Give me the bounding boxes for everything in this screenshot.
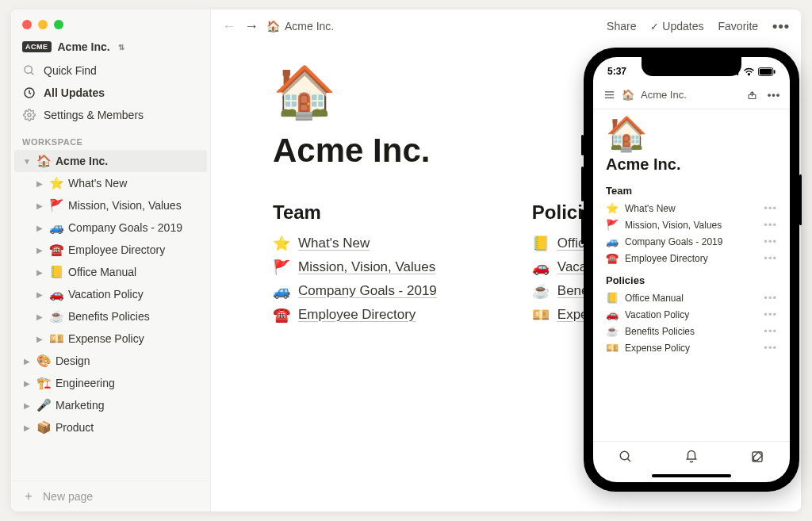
sidebar-item[interactable]: ▶💴Expense Policy xyxy=(11,328,210,350)
page-link-label: Mission, Vision, Values xyxy=(298,259,435,275)
mobile-page-link[interactable]: 🚗Vacation Policy••• xyxy=(606,306,777,323)
more-icon[interactable]: ••• xyxy=(772,18,790,35)
compose-icon[interactable] xyxy=(750,450,764,467)
wifi-icon xyxy=(743,67,755,76)
chevron-right-icon[interactable]: ▶ xyxy=(35,246,44,255)
chevron-right-icon[interactable]: ▶ xyxy=(35,312,44,321)
sidebar-item[interactable]: ▶⭐What's New xyxy=(11,172,210,194)
gear-icon xyxy=(22,109,36,121)
page-emoji-icon: 🚩 xyxy=(606,219,619,231)
more-icon[interactable]: ••• xyxy=(764,342,777,354)
mobile-page-link[interactable]: 💴Expense Policy••• xyxy=(606,339,777,356)
share-button[interactable]: Share xyxy=(607,20,636,33)
chevron-right-icon[interactable]: ▶ xyxy=(35,224,44,232)
page-emoji-icon: ☕ xyxy=(49,309,63,324)
chevron-right-icon[interactable]: ▶ xyxy=(22,401,32,410)
chevron-right-icon[interactable]: ▶ xyxy=(35,179,44,188)
mobile-page-link[interactable]: 🚩Mission, Vision, Values••• xyxy=(606,216,777,233)
sidebar-item[interactable]: ▶🏗️Engineering xyxy=(11,372,210,394)
updates-button[interactable]: ✓ Updates xyxy=(650,20,703,33)
phone-side-button xyxy=(581,135,584,155)
mobile-page-link[interactable]: ☎️Employee Directory••• xyxy=(606,250,777,266)
page-link-label: Company Goals - 2019 xyxy=(298,283,437,299)
sidebar-item-label: Employee Directory xyxy=(68,243,165,256)
column-heading[interactable]: Team xyxy=(273,201,437,224)
mobile-section-heading[interactable]: Policies xyxy=(606,274,777,286)
mobile-page-link[interactable]: 🚙Company Goals - 2019••• xyxy=(606,233,777,250)
page-emoji-icon: 🚙 xyxy=(606,236,619,247)
workspace-switcher[interactable]: ACME Acme Inc. ⇅ xyxy=(11,29,210,59)
mobile-page-link[interactable]: 📒Office Manual••• xyxy=(606,289,777,306)
more-icon[interactable]: ••• xyxy=(764,308,777,320)
breadcrumb-label: Acme Inc. xyxy=(285,20,334,33)
sidebar-item[interactable]: ▶☎️Employee Directory xyxy=(11,239,210,261)
sidebar-item-label: What's New xyxy=(68,177,127,190)
sidebar-item-label: Acme Inc. xyxy=(56,155,108,167)
mobile-link-label: Mission, Vision, Values xyxy=(625,220,722,231)
page-emoji-icon: 📒 xyxy=(532,235,550,252)
sidebar-item[interactable]: ▶🚩Mission, Vision, Values xyxy=(11,194,210,216)
more-icon[interactable]: ••• xyxy=(764,219,777,231)
more-icon[interactable]: ••• xyxy=(764,202,777,214)
sidebar-item[interactable]: ▶🎤Marketing xyxy=(11,394,210,416)
sidebar-item[interactable]: ▶🚗Vacation Policy xyxy=(11,283,210,305)
more-icon[interactable]: ••• xyxy=(764,325,777,337)
chevron-right-icon[interactable]: ▶ xyxy=(35,201,44,210)
chevron-right-icon[interactable]: ▶ xyxy=(22,357,32,366)
phone-side-button xyxy=(799,174,802,225)
sidebar-item-label: Company Goals - 2019 xyxy=(68,221,182,234)
sidebar-item[interactable]: ▶☕Benefits Policies xyxy=(11,305,210,328)
mobile-page-link[interactable]: ☕Benefits Policies••• xyxy=(606,323,777,339)
settings-button[interactable]: Settings & Members xyxy=(11,104,210,126)
sidebar-item[interactable]: ▶📦Product xyxy=(11,416,210,439)
sidebar-item[interactable]: ▶🚙Company Goals - 2019 xyxy=(11,216,210,239)
bell-icon[interactable] xyxy=(684,450,699,467)
page-emoji-icon: 💴 xyxy=(532,306,550,324)
page-emoji-icon: 🚙 xyxy=(49,220,63,235)
mobile-link-label: Employee Directory xyxy=(625,253,708,264)
back-button[interactable]: ← xyxy=(222,18,236,35)
breadcrumb[interactable]: 🏠 Acme Inc. xyxy=(266,20,334,33)
sidebar-item[interactable]: ▶📒Office Manual xyxy=(11,261,210,283)
new-page-button[interactable]: + New page xyxy=(11,481,210,511)
favorite-button[interactable]: Favorite xyxy=(718,20,759,33)
page-link[interactable]: ⭐What's New xyxy=(273,232,437,255)
search-icon[interactable] xyxy=(619,450,633,467)
close-icon[interactable] xyxy=(22,20,32,29)
maximize-icon[interactable] xyxy=(54,20,63,29)
sidebar-item-acme[interactable]: ▼ 🏠 Acme Inc. xyxy=(14,150,207,172)
page-emoji-icon: 📒 xyxy=(606,292,619,304)
page-emoji-icon: ☎️ xyxy=(273,306,290,324)
sidebar-item[interactable]: ▶🎨Design xyxy=(11,350,210,372)
plus-icon: + xyxy=(22,489,35,504)
quick-find-button[interactable]: Quick Find xyxy=(11,59,210,82)
minimize-icon[interactable] xyxy=(38,20,48,29)
mobile-section-heading[interactable]: Team xyxy=(606,185,777,197)
chevron-right-icon[interactable]: ▶ xyxy=(22,423,32,432)
more-icon[interactable]: ••• xyxy=(764,236,777,247)
mobile-page-link[interactable]: ⭐What's New••• xyxy=(606,200,777,216)
page-title[interactable]: Acme Inc. xyxy=(606,155,777,174)
sidebar-item-label: Product xyxy=(56,421,94,434)
page-link[interactable]: 🚩Mission, Vision, Values xyxy=(273,255,437,279)
sidebar: ACME Acme Inc. ⇅ Quick Find All Updates … xyxy=(11,10,211,511)
page-icon[interactable]: 🏠 xyxy=(606,117,777,151)
house-icon: 🏠 xyxy=(622,89,634,101)
more-icon[interactable]: ••• xyxy=(764,292,777,304)
more-icon[interactable]: ••• xyxy=(768,89,780,101)
page-link[interactable]: 🚙Company Goals - 2019 xyxy=(273,279,437,303)
battery-icon xyxy=(758,67,776,76)
chevron-right-icon[interactable]: ▶ xyxy=(35,290,44,299)
mobile-breadcrumb[interactable]: Acme Inc. xyxy=(641,89,687,101)
chevron-right-icon[interactable]: ▶ xyxy=(35,268,44,277)
page-link[interactable]: ☎️Employee Directory xyxy=(273,303,437,327)
forward-button[interactable]: → xyxy=(244,18,259,35)
chevron-right-icon[interactable]: ▶ xyxy=(22,379,32,388)
sidebar-item-label: Expense Policy xyxy=(68,332,144,345)
share-icon[interactable] xyxy=(745,89,758,101)
all-updates-button[interactable]: All Updates xyxy=(11,82,210,104)
menu-icon[interactable] xyxy=(603,89,615,101)
chevron-down-icon[interactable]: ▼ xyxy=(22,157,32,166)
chevron-right-icon[interactable]: ▶ xyxy=(35,335,44,343)
more-icon[interactable]: ••• xyxy=(764,252,777,264)
